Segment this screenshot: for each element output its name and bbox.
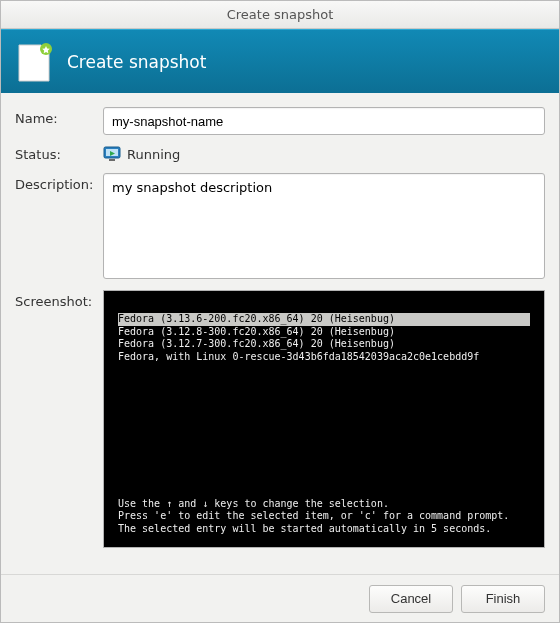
svg-rect-3 bbox=[109, 159, 115, 161]
cancel-button[interactable]: Cancel bbox=[369, 585, 453, 613]
boot-entry: Fedora, with Linux 0-rescue-3d43b6fda185… bbox=[118, 351, 530, 364]
name-input[interactable] bbox=[103, 107, 545, 135]
boot-entry: Fedora (3.12.8-300.fc20.x86_64) 20 (Heis… bbox=[118, 326, 530, 339]
monitor-run-icon bbox=[103, 146, 121, 162]
boot-entry: Fedora (3.12.7-300.fc20.x86_64) 20 (Heis… bbox=[118, 338, 530, 351]
dialog-window: Create snapshot Create snapshot Name: St… bbox=[0, 0, 560, 623]
finish-button[interactable]: Finish bbox=[461, 585, 545, 613]
row-description: Description: bbox=[15, 173, 545, 282]
boot-hint: Use the ↑ and ↓ keys to change the selec… bbox=[118, 498, 530, 511]
status-label: Status: bbox=[15, 143, 97, 162]
snapshot-document-icon bbox=[15, 41, 55, 83]
boot-entry-selected: Fedora (3.13.6-200.fc20.x86_64) 20 (Heis… bbox=[118, 313, 530, 326]
name-label: Name: bbox=[15, 107, 97, 126]
description-input[interactable] bbox=[103, 173, 545, 279]
dialog-header: Create snapshot bbox=[1, 29, 559, 93]
window-title: Create snapshot bbox=[227, 7, 334, 22]
row-name: Name: bbox=[15, 107, 545, 135]
screenshot-preview: Fedora (3.13.6-200.fc20.x86_64) 20 (Heis… bbox=[103, 290, 545, 548]
screenshot-label: Screenshot: bbox=[15, 290, 97, 309]
titlebar: Create snapshot bbox=[1, 1, 559, 29]
dialog-title: Create snapshot bbox=[67, 52, 206, 72]
spacer bbox=[118, 363, 530, 498]
boot-hint: The selected entry will be started autom… bbox=[118, 523, 530, 536]
row-screenshot: Screenshot: Fedora (3.13.6-200.fc20.x86_… bbox=[15, 290, 545, 564]
dialog-footer: Cancel Finish bbox=[1, 574, 559, 622]
description-label: Description: bbox=[15, 173, 97, 192]
status-value: Running bbox=[127, 147, 180, 162]
row-status: Status: Running bbox=[15, 143, 545, 165]
dialog-content: Name: Status: Running Descrip bbox=[1, 93, 559, 574]
boot-hint: Press 'e' to edit the selected item, or … bbox=[118, 510, 530, 523]
